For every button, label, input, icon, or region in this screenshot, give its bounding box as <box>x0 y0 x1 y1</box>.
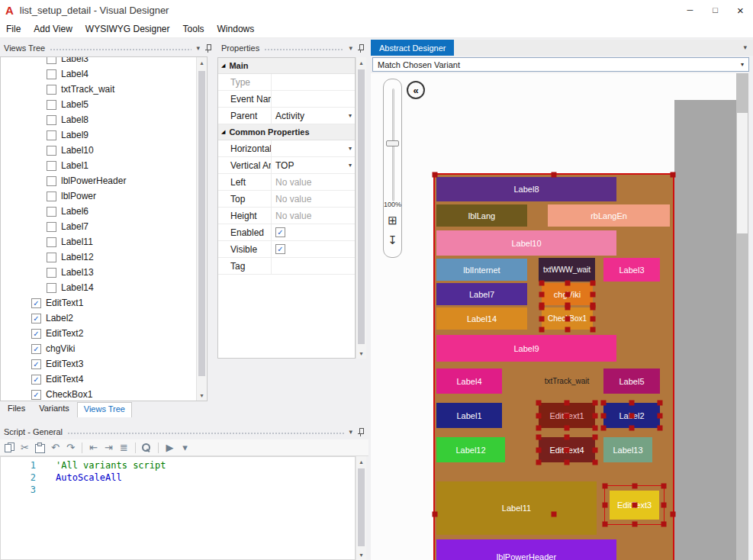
widget-txttrack-wait[interactable]: txtTrack_wait <box>539 369 595 394</box>
property-row-horizontal-a[interactable]: Horizontal A▾ <box>218 140 355 157</box>
selection-handle[interactable] <box>629 413 635 418</box>
selection-handle[interactable] <box>565 447 570 452</box>
chevron-down-icon[interactable]: ▾ <box>349 162 352 169</box>
selection-handle[interactable] <box>536 401 542 406</box>
indent-icon[interactable]: ⇥ <box>104 442 114 453</box>
widget-lblpowerheader[interactable]: lblPowerHeader <box>436 539 616 560</box>
selection-handle[interactable] <box>433 512 438 517</box>
designer-scrollbar[interactable] <box>736 73 748 560</box>
tree-item-label11[interactable]: Label11 <box>1 234 207 249</box>
selection-handle[interactable] <box>601 401 607 406</box>
tree-item-label6[interactable]: Label6 <box>1 204 207 219</box>
property-value[interactable]: TOP▾ <box>272 157 355 173</box>
tree-item-lblpowerheader[interactable]: lblPowerHeader <box>1 173 207 188</box>
selection-handle[interactable] <box>536 447 542 452</box>
widget-label8[interactable]: Label8 <box>436 177 616 201</box>
minimize-button[interactable]: ─ <box>677 0 703 20</box>
property-row-height[interactable]: HeightNo value <box>218 208 355 224</box>
tree-item-label12[interactable]: Label12 <box>1 249 207 265</box>
selection-handle[interactable] <box>565 281 570 286</box>
selection-handle[interactable] <box>632 484 637 489</box>
script-line[interactable]: 1'All variants script <box>1 460 355 472</box>
property-value[interactable]: ▾ <box>272 140 355 156</box>
selection-handle[interactable] <box>661 503 667 508</box>
scroll-down-icon[interactable]: ▾ <box>197 390 207 401</box>
maximize-button[interactable]: □ <box>703 0 728 20</box>
selection-handle[interactable] <box>565 327 570 333</box>
property-row-top[interactable]: TopNo value <box>218 191 355 208</box>
menu-windows[interactable]: Windows <box>217 24 255 34</box>
pin-icon[interactable] <box>204 43 212 53</box>
widget-label11[interactable]: Label11 <box>436 481 597 535</box>
widget-lblinternet[interactable]: lblInternet <box>436 259 527 281</box>
property-value[interactable]: No value <box>272 174 355 190</box>
selection-handle[interactable] <box>536 460 542 465</box>
paste-icon[interactable] <box>35 444 45 453</box>
property-value[interactable]: No value <box>272 191 355 207</box>
scroll-down-icon[interactable]: ▾ <box>356 549 366 560</box>
tree-item-label3[interactable]: Label3 <box>1 56 207 66</box>
pin-icon[interactable] <box>357 427 365 437</box>
checkbox[interactable] <box>47 222 56 232</box>
checkbox[interactable]: ✓ <box>275 244 285 254</box>
property-value[interactable] <box>272 74 355 90</box>
chevron-down-icon[interactable]: ▾ <box>196 44 200 52</box>
selection-handle[interactable] <box>590 327 596 333</box>
checkbox[interactable] <box>47 268 56 278</box>
property-value[interactable]: No value <box>272 208 355 224</box>
selection-handle[interactable] <box>539 305 545 311</box>
widget-label13[interactable]: Label13 <box>603 437 652 462</box>
zoom-slider-thumb[interactable] <box>386 140 399 146</box>
checkbox[interactable]: ✓ <box>31 375 41 385</box>
cut-icon[interactable]: ✂ <box>20 442 30 453</box>
widget-label9[interactable]: Label9 <box>436 335 616 362</box>
widget-edittext1[interactable]: EditText1 <box>539 403 595 428</box>
scroll-thumb[interactable] <box>358 468 365 546</box>
scroll-up-icon[interactable]: ▴ <box>356 456 366 467</box>
selection-handle[interactable] <box>539 327 545 333</box>
selection-handle[interactable] <box>671 172 676 178</box>
tree-item-label13[interactable]: Label13 <box>1 265 207 280</box>
panel-menu-icon[interactable]: ▾ <box>180 442 190 453</box>
property-value[interactable]: ✓ <box>272 224 355 240</box>
undo-icon[interactable]: ↶ <box>50 442 60 453</box>
scroll-up-icon[interactable]: ▴ <box>197 57 207 68</box>
tab-views-tree[interactable]: Views Tree <box>77 402 132 417</box>
checkbox[interactable] <box>47 69 56 79</box>
checkbox[interactable] <box>47 253 56 262</box>
tree-item-txttrack-wait[interactable]: txtTrack_wait <box>1 82 207 97</box>
fit-to-screen-icon[interactable]: ⊞ <box>384 214 401 227</box>
checkbox[interactable] <box>47 56 56 64</box>
widget-checkbox1[interactable]: CheckBox1 <box>542 307 593 330</box>
copy-icon[interactable] <box>5 443 14 452</box>
selection-handle[interactable] <box>658 426 663 431</box>
selection-handle[interactable] <box>590 281 596 286</box>
search-icon[interactable] <box>142 443 152 452</box>
tree-item-label8[interactable]: Label8 <box>1 112 207 127</box>
tree-item-label1[interactable]: Label1 <box>1 158 207 173</box>
selection-handle[interactable] <box>565 426 570 431</box>
selection-handle[interactable] <box>536 413 542 418</box>
menu-file[interactable]: File <box>6 24 21 34</box>
scroll-thumb[interactable] <box>737 113 748 233</box>
tree-item-edittext3[interactable]: ✓EditText3 <box>1 356 207 372</box>
selection-handle[interactable] <box>593 460 598 465</box>
widget-txtwww-wait[interactable]: txtWWW_wait <box>539 258 595 282</box>
tree-item-label10[interactable]: Label10 <box>1 143 207 158</box>
tree-item-label5[interactable]: Label5 <box>1 97 207 112</box>
widget-lbllang[interactable]: lblLang <box>436 204 527 227</box>
selection-handle[interactable] <box>601 426 607 431</box>
tree-item-label9[interactable]: Label9 <box>1 127 207 143</box>
redo-icon[interactable]: ↷ <box>66 442 76 453</box>
views-tree-scrollbar[interactable]: ▴ ▾ <box>196 57 207 401</box>
selection-handle[interactable] <box>539 291 545 297</box>
checkbox[interactable]: ✓ <box>275 227 285 237</box>
selection-handle[interactable] <box>552 172 557 178</box>
widget-label4[interactable]: Label4 <box>436 369 502 394</box>
property-category-main[interactable]: ◢Main <box>218 58 355 74</box>
checkbox[interactable] <box>47 161 56 171</box>
format-icon[interactable]: ≣ <box>119 442 129 453</box>
selection-handle[interactable] <box>539 316 545 321</box>
script-editor[interactable]: 1'All variants script2AutoScaleAll3 <box>0 456 356 560</box>
export-icon[interactable]: ↧ <box>384 233 401 247</box>
